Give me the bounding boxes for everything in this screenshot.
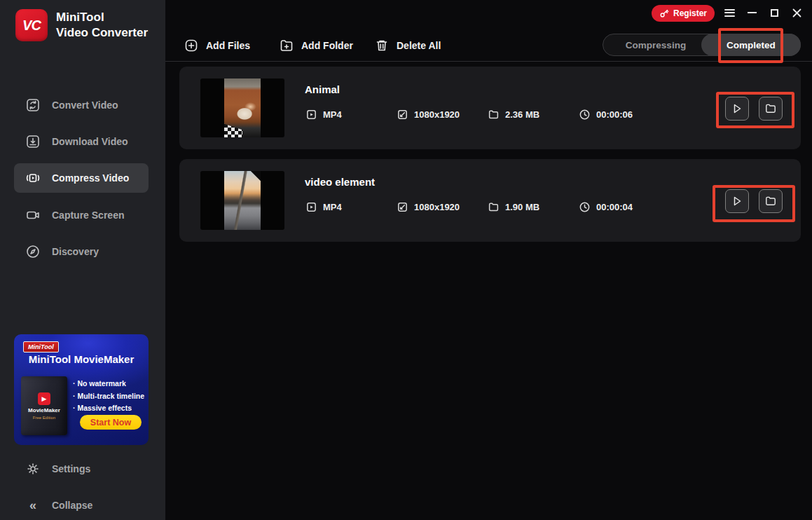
tab-completed[interactable]: Completed <box>701 34 801 56</box>
file-size: 1.90 MB <box>488 201 539 213</box>
file-resolution-value: 1080x1920 <box>414 202 460 212</box>
file-duration-value: 00:00:06 <box>596 109 633 120</box>
promo-feature-list: · No watermark · Multi-track timeline · … <box>73 378 144 415</box>
minimize-button[interactable] <box>743 4 761 21</box>
file-format: MP4 <box>305 201 342 213</box>
maximize-icon <box>771 9 778 17</box>
sidebar-item-compress-video[interactable]: Compress Video <box>0 167 165 189</box>
sidebar-item-label: Collapse <box>52 500 92 511</box>
add-folder-button[interactable]: Add Folder <box>279 36 353 55</box>
play-icon <box>731 196 743 207</box>
file-format: MP4 <box>305 109 342 121</box>
trash-icon <box>374 38 390 53</box>
gear-icon <box>25 461 41 477</box>
register-button[interactable]: Register <box>652 5 715 22</box>
sidebar-collapse[interactable]: « Collapse <box>0 494 165 516</box>
convert-icon <box>25 97 41 113</box>
sidebar-item-label: Download Video <box>52 136 128 147</box>
toolbar-divider <box>165 61 812 62</box>
product-box-edition: Free Edition <box>33 416 55 420</box>
video-file-icon <box>305 109 317 121</box>
tab-compressing[interactable]: Compressing <box>603 34 708 55</box>
moviemaker-promo-banner[interactable]: MiniTool MiniTool MovieMaker ▶ MovieMake… <box>14 334 149 445</box>
menu-button[interactable] <box>720 4 738 21</box>
product-box-name: MovieMaker <box>28 407 60 413</box>
resolution-icon <box>397 201 408 213</box>
promo-feature: · Multi-track timeline <box>73 390 144 403</box>
folder-icon <box>764 195 777 207</box>
file-format-value: MP4 <box>323 202 342 212</box>
sidebar-item-label: Capture Screen <box>52 210 124 221</box>
play-button[interactable] <box>725 97 749 121</box>
sidebar-item-convert-video[interactable]: Convert Video <box>0 94 165 116</box>
moviemaker-product-box: ▶ MovieMaker Free Edition <box>21 376 67 435</box>
compress-icon <box>25 170 41 186</box>
compass-icon <box>25 244 41 259</box>
download-icon <box>25 134 41 149</box>
app-title-line2: Video Converter <box>56 25 148 41</box>
sidebar-item-discovery[interactable]: Discovery <box>0 240 165 263</box>
clock-icon <box>579 201 591 213</box>
moviemaker-logo-icon: ▶ <box>38 392 50 405</box>
collapse-chevrons-icon: « <box>25 498 41 513</box>
capture-icon <box>25 207 41 223</box>
file-name: video element <box>305 176 375 188</box>
app-logo-icon: VC <box>15 9 48 41</box>
minitool-video-converter-window: VC MiniTool Video Converter Convert Vide… <box>0 0 812 520</box>
file-format-value: MP4 <box>323 109 342 120</box>
sidebar-item-label: Convert Video <box>52 100 118 111</box>
start-now-button[interactable]: Start Now <box>80 415 142 430</box>
add-files-button[interactable]: Add Files <box>184 36 250 55</box>
app-logo-row: VC MiniTool Video Converter <box>15 9 148 41</box>
file-size: 2.36 MB <box>488 109 539 121</box>
sidebar-item-label: Compress Video <box>52 172 129 184</box>
file-name: Animal <box>305 83 340 95</box>
add-folder-label: Add Folder <box>301 40 353 51</box>
file-duration-value: 00:00:04 <box>596 202 633 212</box>
app-title: MiniTool Video Converter <box>56 10 148 41</box>
sidebar: VC MiniTool Video Converter Convert Vide… <box>0 0 165 520</box>
file-size-value: 1.90 MB <box>505 202 539 212</box>
thumbnail-image-video-element <box>224 171 261 230</box>
sidebar-item-download-video[interactable]: Download Video <box>0 130 165 153</box>
play-button[interactable] <box>725 189 749 213</box>
sidebar-item-capture-screen[interactable]: Capture Screen <box>0 204 165 226</box>
promo-feature: · Massive effects <box>73 402 144 415</box>
video-thumbnail <box>200 78 284 137</box>
add-folder-icon <box>279 38 294 53</box>
app-title-line1: MiniTool <box>56 10 148 25</box>
file-resolution: 1080x1920 <box>397 109 460 121</box>
file-duration: 00:00:06 <box>579 109 633 121</box>
file-resolution-value: 1080x1920 <box>414 109 460 120</box>
thumbnail-image-animal <box>224 78 261 137</box>
completed-file-row: video element MP4 1080x1920 1.90 MB 00:0… <box>179 159 801 242</box>
clock-icon <box>579 109 591 121</box>
hamburger-icon <box>724 9 735 17</box>
promo-feature: · No watermark <box>73 378 144 390</box>
add-files-icon <box>184 38 199 53</box>
folder-icon <box>764 102 777 115</box>
close-button[interactable] <box>787 4 806 21</box>
delete-all-label: Delete All <box>397 40 441 51</box>
close-icon <box>792 8 801 18</box>
video-thumbnail <box>200 171 284 230</box>
maximize-button[interactable] <box>765 4 783 21</box>
sidebar-item-settings[interactable]: Settings <box>0 458 165 480</box>
folder-icon <box>488 109 500 121</box>
key-icon <box>659 8 669 18</box>
open-folder-button[interactable] <box>759 189 783 213</box>
sidebar-item-label: Settings <box>52 463 90 474</box>
open-folder-button[interactable] <box>759 97 783 121</box>
promo-title: MiniTool MovieMaker <box>14 353 149 365</box>
add-files-label: Add Files <box>206 40 250 51</box>
delete-all-button[interactable]: Delete All <box>374 36 441 55</box>
file-size-value: 2.36 MB <box>505 109 539 120</box>
register-label: Register <box>673 8 707 18</box>
minimize-icon <box>748 12 757 13</box>
sidebar-item-label: Discovery <box>52 246 99 257</box>
folder-icon <box>488 201 500 213</box>
resolution-icon <box>397 109 408 121</box>
completed-file-row: Animal MP4 1080x1920 2.36 MB 00:00:06 <box>179 67 801 149</box>
video-file-icon <box>305 201 317 213</box>
file-resolution: 1080x1920 <box>397 201 460 213</box>
